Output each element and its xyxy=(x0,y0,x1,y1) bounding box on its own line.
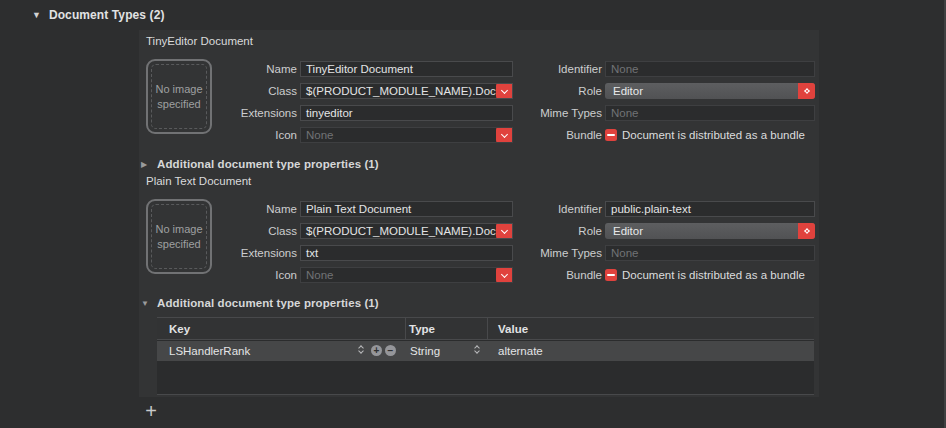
plus-circle-icon[interactable]: + xyxy=(371,345,382,356)
add-document-type-button[interactable]: + xyxy=(141,400,161,422)
disclosure-triangle-icon[interactable]: ▼ xyxy=(141,299,149,308)
icon-field[interactable]: None xyxy=(300,267,513,283)
class-label: Class xyxy=(199,83,297,99)
role-label: Role xyxy=(504,223,602,239)
extensions-field[interactable]: tinyeditor xyxy=(300,105,513,121)
name-field[interactable]: Plain Text Document xyxy=(300,201,513,217)
table-header: Key Type Value xyxy=(157,318,814,340)
row-type: String xyxy=(410,341,440,361)
role-popup[interactable]: Editor xyxy=(605,83,815,99)
role-popup[interactable]: Editor xyxy=(605,223,815,239)
identifier-field[interactable]: public.plain-text xyxy=(605,201,815,217)
additional-properties-label: Additional document type properties (1) xyxy=(157,158,379,170)
bundle-text: Document is distributed as a bundle xyxy=(622,267,805,283)
icon-value: None xyxy=(306,129,334,141)
icon-label: Icon xyxy=(199,267,297,283)
up-down-chevrons-icon xyxy=(798,83,815,99)
properties-table: Key Type Value LSHandlerRank + − String … xyxy=(157,317,814,395)
class-value: $(PRODUCT_MODULE_NAME).Docu xyxy=(306,85,502,97)
bundle-checkbox[interactable] xyxy=(605,129,617,141)
document-types-header[interactable]: ▼ Document Types (2) xyxy=(32,7,165,23)
row-key: LSHandlerRank xyxy=(169,341,250,361)
icon-value: None xyxy=(306,269,334,281)
document-entry-plain-text: Plain Text Document No image specified N… xyxy=(139,170,819,310)
class-field[interactable]: $(PRODUCT_MODULE_NAME).Docu xyxy=(300,83,513,99)
page-title: Document Types (2) xyxy=(49,8,165,22)
minus-circle-icon[interactable]: − xyxy=(385,345,396,356)
bundle-label: Bundle xyxy=(504,267,602,283)
additional-properties-label: Additional document type properties (1) xyxy=(157,297,379,309)
icon-field[interactable]: None xyxy=(300,127,513,143)
class-field[interactable]: $(PRODUCT_MODULE_NAME).Docu xyxy=(300,223,513,239)
additional-properties-disclosure[interactable]: ▼ Additional document type properties (1… xyxy=(141,296,379,310)
extensions-label: Extensions xyxy=(199,245,297,261)
up-down-chevrons-icon xyxy=(798,223,815,239)
column-header-key[interactable]: Key xyxy=(169,318,190,340)
name-label: Name xyxy=(199,201,297,217)
mime-types-label: Mime Types xyxy=(504,245,602,261)
column-header-type[interactable]: Type xyxy=(409,318,435,340)
name-label: Name xyxy=(199,61,297,77)
document-title: TinyEditor Document xyxy=(146,35,253,47)
role-value: Editor xyxy=(613,225,643,237)
class-label: Class xyxy=(199,223,297,239)
identifier-label: Identifier xyxy=(504,201,602,217)
role-label: Role xyxy=(504,83,602,99)
role-value: Editor xyxy=(613,85,643,97)
mime-types-label: Mime Types xyxy=(504,105,602,121)
identifier-label: Identifier xyxy=(504,61,602,77)
document-title: Plain Text Document xyxy=(146,175,251,187)
mime-types-field[interactable]: None xyxy=(605,245,815,261)
additional-properties-disclosure[interactable]: ▶ Additional document type properties (1… xyxy=(141,157,379,171)
mime-types-field[interactable]: None xyxy=(605,105,815,121)
extensions-label: Extensions xyxy=(199,105,297,121)
extensions-field[interactable]: txt xyxy=(300,245,513,261)
table-row[interactable]: LSHandlerRank + − String alternate xyxy=(157,341,814,361)
column-header-value[interactable]: Value xyxy=(498,318,528,340)
bundle-checkbox[interactable] xyxy=(605,269,617,281)
disclosure-triangle-icon[interactable]: ▶ xyxy=(141,160,149,169)
bundle-text: Document is distributed as a bundle xyxy=(622,127,805,143)
identifier-field[interactable]: None xyxy=(605,61,815,77)
row-value: alternate xyxy=(498,341,543,361)
document-types-content: TinyEditor Document No image specified N… xyxy=(139,30,819,397)
document-types-editor: ▼ Document Types (2) TinyEditor Document… xyxy=(0,0,946,428)
type-stepper-icon[interactable] xyxy=(475,346,479,353)
column-divider xyxy=(405,318,406,340)
key-stepper-icon[interactable] xyxy=(359,346,363,353)
document-entry-tinyeditor: TinyEditor Document No image specified N… xyxy=(139,30,819,170)
name-field[interactable]: TinyEditor Document xyxy=(300,61,513,77)
icon-label: Icon xyxy=(199,127,297,143)
disclosure-triangle-icon[interactable]: ▼ xyxy=(32,10,41,20)
column-divider xyxy=(487,318,488,340)
bundle-label: Bundle xyxy=(504,127,602,143)
class-value: $(PRODUCT_MODULE_NAME).Docu xyxy=(306,225,502,237)
